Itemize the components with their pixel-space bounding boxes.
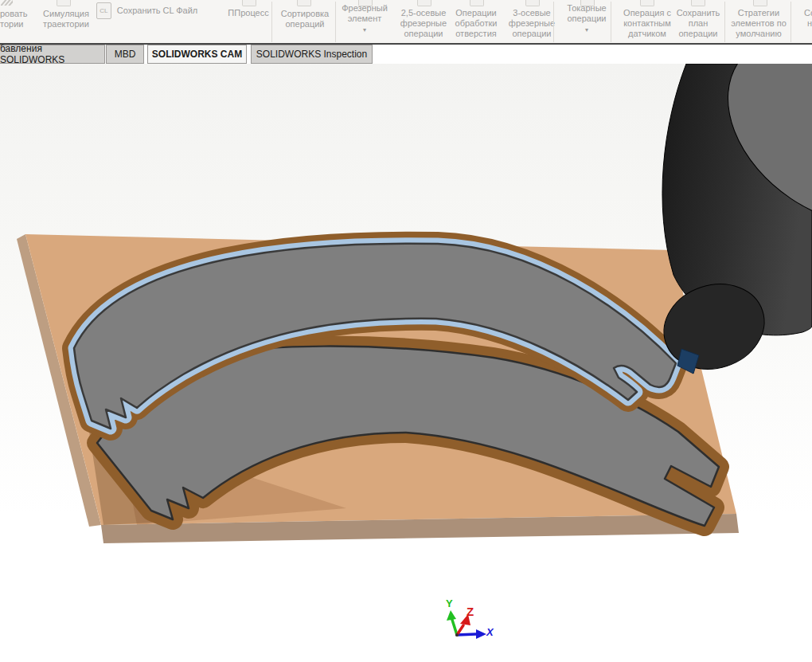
solidworks-cam-window: ровать тории Симуляция траектории CL Сох… — [0, 0, 812, 662]
ribbon-separator — [791, 2, 791, 42]
y-axis-arrowhead — [447, 610, 456, 621]
chevron-down-icon[interactable]: ▾ — [363, 27, 366, 33]
button-label: операции — [512, 29, 551, 39]
cam-simulation-scene: X Y Z — [0, 64, 812, 662]
button-label: элемент — [348, 14, 382, 24]
button-label: н — [807, 18, 812, 29]
ribbon-separator — [335, 2, 336, 42]
button-label: Операции — [455, 8, 496, 18]
y-axis-arrow — [452, 620, 457, 635]
chevron-down-icon[interactable]: ▾ — [585, 27, 588, 33]
button-label: ППроцесс — [228, 8, 268, 18]
button-label: Фрезерный — [342, 3, 388, 14]
triad-origin — [455, 633, 459, 637]
button-label: Симуляция — [43, 9, 89, 19]
button-label: Стратегии — [738, 8, 779, 18]
tab-solidworks-cam[interactable]: SOLIDWORKS CAM — [147, 45, 247, 64]
button-label: план — [689, 18, 709, 29]
button-label: Сохранить — [677, 8, 720, 18]
button-label: фрезерные — [509, 18, 555, 29]
button-label: операций — [285, 19, 324, 29]
z-axis-label: Z — [467, 605, 474, 618]
button-label: операции — [404, 29, 443, 39]
document-tab-bar: бавления SOLIDWORKS MBD SOLIDWORKS CAM S… — [0, 45, 812, 64]
axis-triad: X Y Z — [446, 597, 494, 639]
button-label: Со — [804, 8, 812, 18]
button-label: Операция с — [623, 8, 671, 18]
x-axis-arrowhead — [476, 629, 486, 639]
button-label: операции — [678, 29, 717, 39]
button-label: 3-осевые — [513, 8, 550, 18]
button-label: умолчанию — [736, 29, 781, 39]
save-cl-file-button[interactable]: CL Сохранить CL Файл — [89, 0, 205, 44]
x-axis-label: X — [486, 626, 494, 638]
button-label: ровать — [0, 9, 28, 19]
button-label: Токарные — [567, 3, 606, 14]
button-label: элементов по — [731, 18, 787, 29]
button-label: фрезерные — [400, 18, 447, 29]
button-label: траектории — [43, 19, 89, 29]
ribbon-separator — [553, 2, 554, 42]
button-label: Сортировка — [281, 9, 329, 19]
button-label: обработки — [455, 18, 498, 29]
button-label: контактным — [623, 18, 671, 29]
tool-spindle-group — [653, 64, 812, 382]
turn-operations-button[interactable]: Токарные операции ▾ — [557, 0, 616, 47]
tab-solidworks-addins[interactable]: бавления SOLIDWORKS — [0, 45, 105, 64]
button-label: тории — [0, 19, 23, 29]
button-label: Сохранить CL Файл — [117, 6, 197, 16]
cl-file-icon: CL — [96, 2, 111, 19]
button-label: 2,5-осевые — [401, 8, 447, 18]
ribbon-separator — [611, 2, 611, 42]
command-manager-ribbon: ровать тории Симуляция траектории CL Сох… — [0, 0, 812, 44]
tab-solidworks-inspection[interactable]: SOLIDWORKS Inspection — [251, 45, 373, 64]
y-axis-label: Y — [446, 597, 453, 609]
x-axis-arrow — [457, 634, 476, 635]
button-label: операции — [567, 14, 606, 24]
graphics-viewport[interactable]: X Y Z — [0, 64, 812, 662]
button-label: отверстия — [455, 29, 497, 39]
ribbon-separator — [724, 2, 725, 42]
tab-mbd[interactable]: MBD — [106, 45, 144, 64]
mill-feature-button[interactable]: Фрезерный элемент ▾ — [338, 0, 392, 47]
button-label: датчиком — [628, 29, 666, 39]
ribbon-separator — [271, 2, 272, 42]
